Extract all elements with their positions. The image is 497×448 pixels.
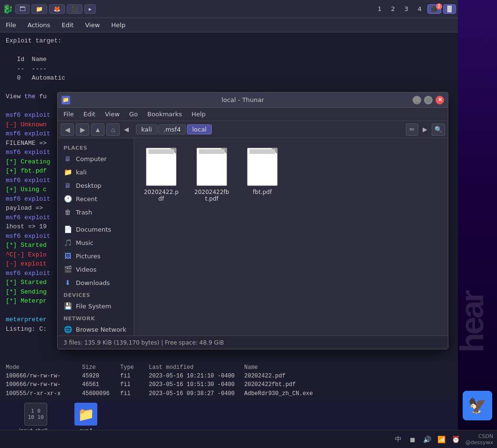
nav-home-button[interactable]: ⌂ [106, 123, 120, 136]
sidebar-item-documents[interactable]: 📄 Documents [58, 223, 134, 236]
row2-size: 46561 [82, 381, 120, 389]
window-close-button[interactable]: ✕ [435, 96, 444, 104]
sidebar-item-downloads[interactable]: ⬇ Downloads [58, 276, 134, 289]
thunar-app-icon: 📁 [62, 96, 70, 104]
search-button[interactable]: 🔍 [432, 123, 445, 136]
sidebar-label-recent: Recent [76, 195, 97, 203]
nav-next-arrow[interactable]: ▶ [420, 123, 430, 136]
tray-icon-chinese[interactable]: 中 [393, 434, 404, 445]
col-type: Type [120, 364, 149, 371]
menubar: File Actions Edit View Help [0, 18, 458, 32]
thunar-menu-edit[interactable]: Edit [82, 110, 97, 119]
sidebar-item-desktop[interactable]: 🖥 Desktop [58, 179, 134, 192]
sidebar-item-pictures[interactable]: 🖼 Pictures [58, 249, 134, 263]
file-item-3[interactable]: fbt.pdf [241, 144, 284, 206]
file-item-2[interactable]: 20202422fbt.pdf [190, 144, 233, 206]
row3-type: fil [120, 390, 149, 398]
sidebar-item-network[interactable]: 🌐 Browse Network [58, 323, 134, 336]
breadcrumb-msf4[interactable]: .msf4 [158, 124, 186, 134]
taskbar-app-firefox[interactable]: 🦊 [49, 4, 65, 14]
kali-folder-icon: 📁 [63, 168, 72, 176]
sidebar-label-trash: Trash [76, 209, 92, 216]
sidebar-item-music[interactable]: 🎵 Music [58, 236, 134, 249]
places-section-title: Places [58, 142, 134, 152]
row1-modified: 2023-05-16 10:21:10 -0400 [149, 372, 244, 380]
sidebar-item-videos[interactable]: 🎬 Videos [58, 263, 134, 276]
col-modified: Last modified [149, 364, 244, 371]
taskbar-app-arrow[interactable]: ▸ [84, 4, 96, 14]
taskbar-badge-item[interactable]: ⬛ 2 [427, 4, 441, 14]
taskbar-active-app[interactable]: █ [443, 4, 456, 14]
nav-prev-arrow[interactable]: ◀ [122, 123, 131, 136]
sidebar-item-filesystem[interactable]: 💾 File System [58, 299, 134, 313]
file-icon-3 [247, 148, 278, 186]
taskbar-app-browser[interactable]: 📁 [31, 4, 47, 14]
tray-icon-clock[interactable]: ⏰ [450, 434, 461, 445]
file-item-1[interactable]: 20202422.pdf [140, 144, 183, 206]
breadcrumb-local[interactable]: local [187, 124, 212, 134]
sidebar-item-recent[interactable]: 🕐 Recent [58, 192, 134, 205]
sidebar-item-trash[interactable]: 🗑 Trash [58, 205, 134, 219]
sidebar-label-videos: Videos [76, 266, 96, 273]
file-label-2: 20202422fbt.pdf [193, 189, 230, 202]
trash-icon: 🗑 [63, 208, 72, 216]
window-maximize-button[interactable]: □ [424, 96, 433, 104]
sidebar-label-music: Music [76, 239, 93, 246]
menu-view[interactable]: View [83, 20, 102, 30]
menu-file[interactable]: File [4, 20, 18, 30]
thunar-menu-file[interactable]: File [62, 110, 76, 119]
desktop-icon-exp4[interactable]: 📁 exp4 [67, 403, 105, 434]
taskbar-app-terminal[interactable]: ⬛ [67, 4, 83, 14]
sidebar-label-network: Browse Network [76, 326, 126, 333]
system-tray: 中 ◼ 🔊 📶 ⏰ CSDN @dessywx [0, 430, 497, 448]
menu-edit[interactable]: Edit [60, 20, 75, 30]
tray-icon-volume[interactable]: 🔊 [422, 434, 432, 445]
recent-icon: 🕐 [63, 194, 72, 203]
path-edit-button[interactable]: ✏ [406, 123, 418, 136]
row3-modified: 2023-05-16 09:38:27 -0400 [149, 390, 244, 398]
menu-help[interactable]: Help [109, 20, 127, 30]
file-label-1: 20202422.pdf [143, 189, 180, 202]
sidebar-item-computer[interactable]: 🖥 Computer [58, 152, 134, 165]
thunar-title: local - Thunar [73, 96, 413, 103]
music-icon: 🎵 [63, 238, 72, 247]
thunar-menu-view[interactable]: View [103, 110, 122, 119]
thunar-body: Places 🖥 Computer 📁 kali 🖥 Desktop 🕐 Rec… [58, 138, 448, 336]
thunar-menu-help[interactable]: Help [189, 110, 207, 119]
workspace-2[interactable]: 2 [387, 3, 399, 15]
taskbar-app-files[interactable]: 🗔 [15, 4, 30, 14]
file-table: Mode Size Type Last modified Name 100666… [0, 361, 458, 400]
row1-size: 45920 [82, 372, 120, 380]
computer-icon: 🖥 [63, 154, 72, 163]
devices-section-title: Devices [58, 289, 134, 299]
kali-menu-icon[interactable]: 🐉 [2, 3, 13, 15]
workspace-4[interactable]: 4 [414, 3, 425, 15]
table-row: 100555/r-xr-xr-x 45600096 fil 2023-05-16… [6, 389, 452, 398]
tray-icon-network[interactable]: 📶 [436, 434, 446, 445]
row1-name: 20202422.pdf [244, 372, 340, 380]
nav-back-button[interactable]: ◀ [61, 123, 74, 136]
breadcrumb-kali[interactable]: kali [136, 124, 157, 134]
thunar-window: 📁 local - Thunar _ □ ✕ File Edit View Go… [57, 92, 448, 349]
tray-icon-input[interactable]: ◼ [407, 434, 418, 445]
nav-forward-button[interactable]: ▶ [76, 123, 89, 136]
row2-mode: 100666/rw-rw-rw- [6, 381, 82, 389]
file-icon-1 [146, 148, 176, 186]
statusbar-text: 3 files: 135.9 KiB (139,170 bytes) | Fre… [63, 339, 224, 346]
desktop-icon-input-shell[interactable]: 1 010 10 input_shell... [17, 403, 55, 434]
thunar-toolbar: ◀ ▶ ▲ ⌂ ◀ kali .msf4 local ✏ ▶ 🔍 [58, 121, 448, 138]
filesystem-icon: 💾 [63, 302, 72, 310]
file-header-2 [199, 149, 225, 154]
file-label-3: fbt.pdf [253, 189, 272, 195]
sidebar-item-kali[interactable]: 📁 kali [58, 165, 134, 179]
window-minimize-button[interactable]: _ [413, 96, 421, 104]
thunar-menu-bookmarks[interactable]: Bookmarks [145, 110, 184, 119]
workspace-3[interactable]: 3 [401, 3, 412, 15]
file-icon-2 [197, 148, 227, 186]
row2-type: fil [120, 381, 149, 389]
workspace-1[interactable]: 1 [374, 3, 385, 15]
thunar-menu-go[interactable]: Go [127, 110, 140, 119]
row2-name: 20202422fbt.pdf [244, 381, 340, 389]
menu-actions[interactable]: Actions [26, 20, 52, 30]
nav-up-button[interactable]: ▲ [91, 123, 104, 136]
